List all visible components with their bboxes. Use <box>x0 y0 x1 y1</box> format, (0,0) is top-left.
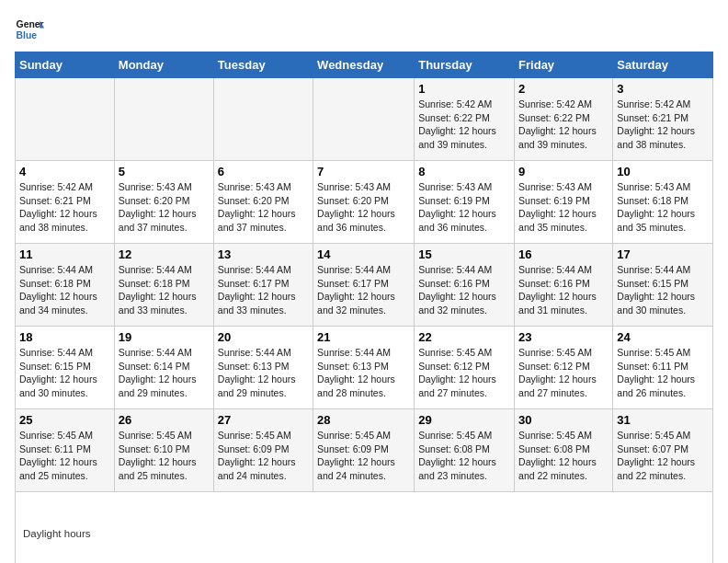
weekday-header-friday: Friday <box>515 52 613 78</box>
day-cell: 29Sunrise: 5:45 AM Sunset: 6:08 PM Dayli… <box>415 409 515 492</box>
week-row-2: 4Sunrise: 5:42 AM Sunset: 6:21 PM Daylig… <box>16 161 713 244</box>
weekday-header-saturday: Saturday <box>613 52 713 78</box>
day-number: 14 <box>317 247 410 261</box>
day-detail: Sunrise: 5:45 AM Sunset: 6:12 PM Dayligh… <box>518 346 609 400</box>
day-cell <box>313 78 415 161</box>
day-cell: 16Sunrise: 5:44 AM Sunset: 6:16 PM Dayli… <box>515 244 613 327</box>
day-detail: Sunrise: 5:45 AM Sunset: 6:11 PM Dayligh… <box>617 346 709 400</box>
day-cell: 10Sunrise: 5:43 AM Sunset: 6:18 PM Dayli… <box>613 161 713 244</box>
calendar-header: SundayMondayTuesdayWednesdayThursdayFrid… <box>16 52 713 78</box>
day-cell <box>16 78 115 161</box>
day-detail: Sunrise: 5:42 AM Sunset: 6:21 PM Dayligh… <box>19 180 110 235</box>
day-number: 21 <box>317 330 410 344</box>
day-detail: Sunrise: 5:45 AM Sunset: 6:11 PM Dayligh… <box>19 429 110 483</box>
day-number: 30 <box>518 413 609 427</box>
day-cell: 23Sunrise: 5:45 AM Sunset: 6:12 PM Dayli… <box>515 327 613 409</box>
day-detail: Sunrise: 5:44 AM Sunset: 6:17 PM Dayligh… <box>218 263 309 317</box>
day-cell <box>114 78 213 161</box>
day-number: 19 <box>119 330 210 344</box>
day-cell: 9Sunrise: 5:43 AM Sunset: 6:19 PM Daylig… <box>515 161 613 244</box>
day-number: 28 <box>317 413 410 427</box>
svg-text:Blue: Blue <box>17 30 38 40</box>
day-cell: 12Sunrise: 5:44 AM Sunset: 6:18 PM Dayli… <box>114 244 213 327</box>
day-cell: 25Sunrise: 5:45 AM Sunset: 6:11 PM Dayli… <box>16 409 115 492</box>
day-number: 26 <box>119 413 210 427</box>
day-cell: 27Sunrise: 5:45 AM Sunset: 6:09 PM Dayli… <box>213 409 313 492</box>
week-row-1: 1Sunrise: 5:42 AM Sunset: 6:22 PM Daylig… <box>16 78 713 161</box>
day-number: 7 <box>317 165 410 178</box>
day-cell: 17Sunrise: 5:44 AM Sunset: 6:15 PM Dayli… <box>613 244 713 327</box>
day-detail: Sunrise: 5:44 AM Sunset: 6:13 PM Dayligh… <box>218 346 309 400</box>
day-cell: 13Sunrise: 5:44 AM Sunset: 6:17 PM Dayli… <box>213 244 313 327</box>
day-number: 2 <box>518 82 609 96</box>
day-detail: Sunrise: 5:42 AM Sunset: 6:22 PM Dayligh… <box>418 98 510 152</box>
day-number: 9 <box>518 165 609 178</box>
day-detail: Sunrise: 5:45 AM Sunset: 6:08 PM Dayligh… <box>518 429 609 483</box>
day-detail: Sunrise: 5:44 AM Sunset: 6:17 PM Dayligh… <box>317 263 410 317</box>
day-detail: Sunrise: 5:43 AM Sunset: 6:20 PM Dayligh… <box>218 180 309 235</box>
logo-icon: General Blue <box>15 15 44 44</box>
day-detail: Sunrise: 5:44 AM Sunset: 6:16 PM Dayligh… <box>518 263 609 317</box>
day-detail: Sunrise: 5:45 AM Sunset: 6:09 PM Dayligh… <box>317 429 410 483</box>
day-number: 20 <box>218 330 309 344</box>
weekday-header-thursday: Thursday <box>415 52 515 78</box>
day-detail: Sunrise: 5:44 AM Sunset: 6:15 PM Dayligh… <box>19 346 110 400</box>
weekday-header-monday: Monday <box>114 52 213 78</box>
day-number: 15 <box>418 247 510 261</box>
day-number: 17 <box>617 247 709 261</box>
day-number: 13 <box>218 247 309 261</box>
day-detail: Sunrise: 5:45 AM Sunset: 6:08 PM Dayligh… <box>418 429 510 483</box>
day-cell: 15Sunrise: 5:44 AM Sunset: 6:16 PM Dayli… <box>415 244 515 327</box>
day-number: 11 <box>19 247 110 261</box>
day-number: 8 <box>418 165 510 178</box>
day-number: 6 <box>218 165 309 178</box>
day-number: 4 <box>19 165 110 178</box>
day-cell: 4Sunrise: 5:42 AM Sunset: 6:21 PM Daylig… <box>16 161 115 244</box>
day-detail: Sunrise: 5:43 AM Sunset: 6:19 PM Dayligh… <box>518 180 609 235</box>
day-detail: Sunrise: 5:44 AM Sunset: 6:18 PM Dayligh… <box>19 263 110 317</box>
day-detail: Sunrise: 5:45 AM Sunset: 6:10 PM Dayligh… <box>119 429 210 483</box>
week-row-4: 18Sunrise: 5:44 AM Sunset: 6:15 PM Dayli… <box>16 327 713 409</box>
day-number: 25 <box>19 413 110 427</box>
week-row-3: 11Sunrise: 5:44 AM Sunset: 6:18 PM Dayli… <box>16 244 713 327</box>
day-cell: 3Sunrise: 5:42 AM Sunset: 6:21 PM Daylig… <box>613 78 713 161</box>
day-detail: Sunrise: 5:42 AM Sunset: 6:21 PM Dayligh… <box>617 98 709 152</box>
day-cell: 7Sunrise: 5:43 AM Sunset: 6:20 PM Daylig… <box>313 161 415 244</box>
day-cell: 28Sunrise: 5:45 AM Sunset: 6:09 PM Dayli… <box>313 409 415 492</box>
day-number: 29 <box>418 413 510 427</box>
day-cell: 8Sunrise: 5:43 AM Sunset: 6:19 PM Daylig… <box>415 161 515 244</box>
page-header: General Blue <box>15 15 713 44</box>
calendar-table: SundayMondayTuesdayWednesdayThursdayFrid… <box>15 52 713 563</box>
day-cell: 31Sunrise: 5:45 AM Sunset: 6:07 PM Dayli… <box>613 409 713 492</box>
weekday-header-sunday: Sunday <box>16 52 115 78</box>
day-detail: Sunrise: 5:44 AM Sunset: 6:13 PM Dayligh… <box>317 346 410 400</box>
day-detail: Sunrise: 5:44 AM Sunset: 6:18 PM Dayligh… <box>119 263 210 317</box>
day-cell: 2Sunrise: 5:42 AM Sunset: 6:22 PM Daylig… <box>515 78 613 161</box>
day-number: 3 <box>617 82 709 96</box>
day-cell: 21Sunrise: 5:44 AM Sunset: 6:13 PM Dayli… <box>313 327 415 409</box>
day-detail: Sunrise: 5:42 AM Sunset: 6:22 PM Dayligh… <box>518 98 609 152</box>
weekday-header-wednesday: Wednesday <box>313 52 415 78</box>
day-number: 24 <box>617 330 709 344</box>
day-number: 23 <box>518 330 609 344</box>
day-cell <box>213 78 313 161</box>
day-cell: 26Sunrise: 5:45 AM Sunset: 6:10 PM Dayli… <box>114 409 213 492</box>
day-detail: Sunrise: 5:45 AM Sunset: 6:12 PM Dayligh… <box>418 346 510 400</box>
day-number: 1 <box>418 82 510 96</box>
calendar-body: 1Sunrise: 5:42 AM Sunset: 6:22 PM Daylig… <box>16 78 713 564</box>
day-number: 12 <box>119 247 210 261</box>
day-number: 5 <box>119 165 210 178</box>
day-number: 16 <box>518 247 609 261</box>
day-detail: Sunrise: 5:44 AM Sunset: 6:14 PM Dayligh… <box>119 346 210 400</box>
day-number: 22 <box>418 330 510 344</box>
day-cell: 18Sunrise: 5:44 AM Sunset: 6:15 PM Dayli… <box>16 327 115 409</box>
note-row: Daylight hours <box>16 492 713 564</box>
day-number: 27 <box>218 413 309 427</box>
day-detail: Sunrise: 5:43 AM Sunset: 6:19 PM Dayligh… <box>418 180 510 235</box>
day-detail: Sunrise: 5:43 AM Sunset: 6:18 PM Dayligh… <box>617 180 709 235</box>
daylight-note: Daylight hours <box>16 492 713 564</box>
day-detail: Sunrise: 5:43 AM Sunset: 6:20 PM Dayligh… <box>317 180 410 235</box>
day-cell: 5Sunrise: 5:43 AM Sunset: 6:20 PM Daylig… <box>114 161 213 244</box>
day-cell: 24Sunrise: 5:45 AM Sunset: 6:11 PM Dayli… <box>613 327 713 409</box>
week-row-5: 25Sunrise: 5:45 AM Sunset: 6:11 PM Dayli… <box>16 409 713 492</box>
